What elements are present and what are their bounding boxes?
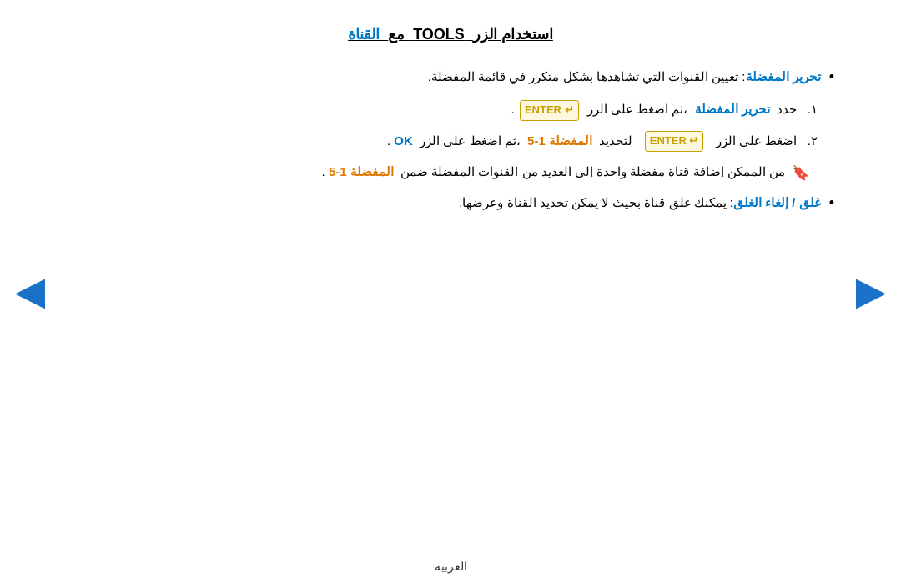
note-row: 🔖 من الممكن إضافة قناة مفضلة واحدة إلى ا…	[67, 162, 818, 184]
bullet-favorites-text: تحرير المفضلة: تعيين القنوات التي تشاهده…	[67, 67, 821, 87]
note-icon: 🔖	[792, 162, 809, 184]
enter-key-step2: ↵ ENTER	[645, 131, 704, 152]
page-title: استخدام الزر TOOLS مع القناة	[67, 25, 834, 43]
bullet-lock-text: غلق / إلغاء الغلق: يمكنك غلق قناة بحيث ل…	[67, 193, 821, 213]
step-2: ٢. اضغط على الزر ↵ ENTER لتحديد المفضلة …	[67, 131, 818, 152]
bullet-dot-2: •	[829, 193, 834, 214]
bullet-item-lock: • غلق / إلغاء الغلق: يمكنك غلق قناة بحيث…	[67, 193, 834, 214]
bullet-dot: •	[829, 67, 834, 88]
step-1: ١. حدد تحرير المفضلة ،ثم اضغط على الزر ↵…	[67, 99, 818, 120]
footer-language: العربية	[435, 560, 467, 573]
nav-arrow-left[interactable]	[15, 279, 45, 309]
bullet-item-favorites: • تحرير المفضلة: تعيين القنوات التي تشاه…	[67, 67, 834, 88]
nav-arrow-right[interactable]	[856, 279, 886, 309]
enter-key-step1: ↵ ENTER	[520, 100, 579, 121]
note-text: من الممكن إضافة قناة مفضلة واحدة إلى الع…	[67, 162, 785, 182]
